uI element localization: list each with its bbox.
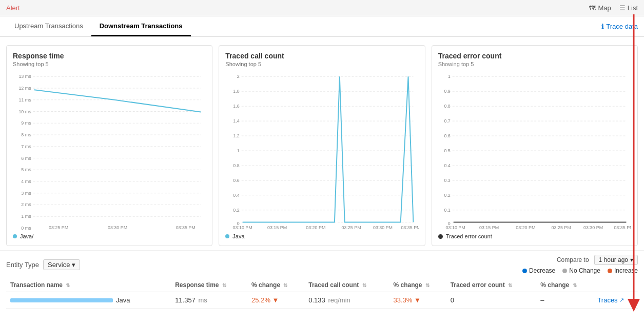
sort-icon-resp: ⇅ <box>222 282 226 288</box>
sort-icon-name: ⇅ <box>66 282 70 288</box>
top-bar: Alert 🗺 Map ☰ List <box>0 0 644 16</box>
svg-text:03:30 PM: 03:30 PM <box>583 225 603 230</box>
error-legend-dot <box>438 234 443 239</box>
entity-type-row: Entity Type Service ▾ <box>6 259 80 270</box>
svg-text:3 ms: 3 ms <box>21 191 31 196</box>
pct-change1-cell: 25.2% ▼ <box>247 292 304 309</box>
compare-chevron: ▾ <box>630 256 633 263</box>
decrease-legend: Decrease <box>522 267 555 274</box>
traces-cell: Traces ↗ <box>593 292 638 309</box>
increase-legend: Increase <box>608 267 638 274</box>
table-controls: Entity Type Service ▾ Compare to 1 hour … <box>6 255 638 274</box>
svg-text:1: 1 <box>237 148 240 153</box>
table-section: Entity Type Service ▾ Compare to 1 hour … <box>0 251 644 313</box>
sort-icon-err: ⇅ <box>508 282 512 288</box>
col-pct-change3[interactable]: % change ⇅ <box>536 278 593 292</box>
call-count-legend-dot <box>225 234 229 238</box>
svg-text:1: 1 <box>447 74 450 79</box>
svg-text:0.4: 0.4 <box>444 163 450 168</box>
svg-text:11 ms: 11 ms <box>18 97 31 103</box>
sort-icon-pct2: ⇅ <box>425 282 430 288</box>
svg-text:6 ms: 6 ms <box>21 155 31 160</box>
svg-text:2 ms: 2 ms <box>21 202 31 207</box>
col-actions <box>593 278 638 292</box>
svg-text:03:30 PM: 03:30 PM <box>373 225 393 230</box>
top-bar-right: 🗺 Map ☰ List <box>589 4 638 12</box>
error-legend-label: Traced error count <box>446 233 492 239</box>
response-time-title: Response time <box>13 52 206 60</box>
tabs: Upstream Transactions Downstream Transac… <box>6 17 191 36</box>
error-count-area: 1 0.9 0.8 0.7 0.6 0.5 0.4 0.3 0.2 0.1 0 … <box>438 71 631 230</box>
svg-text:03:10 PM: 03:10 PM <box>233 225 252 230</box>
tabs-bar: Upstream Transactions Downstream Transac… <box>0 16 644 37</box>
svg-text:0.6: 0.6 <box>444 133 450 138</box>
sort-icon-pct3: ⇅ <box>573 282 577 288</box>
svg-text:03:35 PM: 03:35 PM <box>176 225 196 230</box>
col-response-time[interactable]: Response time ⇅ <box>171 278 247 292</box>
error-count-title: Traced error count <box>438 52 631 60</box>
external-link-icon: ↗ <box>619 297 624 303</box>
tx-name-cell: Java <box>6 292 171 309</box>
svg-text:0.1: 0.1 <box>444 208 450 213</box>
increase-dot <box>608 269 612 273</box>
tx-name: Java <box>116 296 130 304</box>
svg-text:03:25 PM: 03:25 PM <box>342 225 361 230</box>
svg-text:03:35 PM: 03:35 PM <box>614 225 631 230</box>
list-icon: ☰ <box>619 4 626 12</box>
svg-text:0.8: 0.8 <box>233 163 240 168</box>
alert-badge: Alert <box>6 4 20 12</box>
no-change-legend: No Change <box>562 267 600 274</box>
response-time-chart: Response time Showing top 5 13 ms <box>6 45 212 246</box>
call-count-cell: 0.133 req/min <box>304 292 389 309</box>
call-count-title: Traced call count <box>225 52 418 60</box>
trace-data-link[interactable]: ℹ Trace data <box>601 23 638 30</box>
svg-text:1.6: 1.6 <box>233 104 240 109</box>
svg-text:03:30 PM: 03:30 PM <box>108 225 127 230</box>
svg-text:0.8: 0.8 <box>444 104 450 109</box>
dropdown-chevron: ▾ <box>72 261 75 269</box>
svg-text:03:15 PM: 03:15 PM <box>479 225 499 230</box>
col-tx-name[interactable]: Transaction name ⇅ <box>6 278 171 292</box>
tx-bar <box>10 298 113 302</box>
tab-downstream[interactable]: Downstream Transactions <box>91 17 191 36</box>
pct-change2: 33.3% ▼ <box>394 296 421 304</box>
sort-icon-pct1: ⇅ <box>283 282 287 288</box>
response-time-svg: 13 ms 12 ms 11 ms 10 ms 9 ms 8 ms 7 ms 6… <box>13 71 206 230</box>
col-pct-change1[interactable]: % change ⇅ <box>247 278 304 292</box>
charts-section: Response time Showing top 5 13 ms <box>0 37 644 251</box>
traces-link[interactable]: Traces ↗ <box>597 296 634 304</box>
service-dropdown[interactable]: Service ▾ <box>43 259 80 270</box>
svg-text:1.8: 1.8 <box>233 89 240 94</box>
response-time-subtitle: Showing top 5 <box>13 61 206 67</box>
call-count-area: 2 1.8 1.6 1.4 1.2 1 0.8 0.6 0.4 0.2 0 03… <box>225 71 418 230</box>
call-count-chart: Traced call count Showing top 5 2 1.8 1.… <box>219 45 425 246</box>
compare-row: Compare to 1 hour ago ▾ <box>557 255 638 265</box>
svg-text:03:25 PM: 03:25 PM <box>551 225 571 230</box>
svg-text:0 ms: 0 ms <box>21 226 31 230</box>
info-icon: ℹ <box>601 23 604 30</box>
call-count-subtitle: Showing top 5 <box>225 61 418 67</box>
increase-label: Increase <box>614 267 638 274</box>
svg-text:5 ms: 5 ms <box>21 167 31 172</box>
svg-text:8 ms: 8 ms <box>21 132 31 137</box>
error-count-legend: Traced error count <box>438 233 631 239</box>
svg-text:03:25 PM: 03:25 PM <box>49 225 68 230</box>
tab-upstream[interactable]: Upstream Transactions <box>6 17 91 36</box>
compare-to-label: Compare to <box>557 256 589 263</box>
error-count-chart: Traced error count Showing top 5 1 0.9 0… <box>432 45 638 246</box>
svg-text:03:15 PM: 03:15 PM <box>267 225 287 230</box>
decrease-label: Decrease <box>529 267 555 274</box>
pct-change1: 25.2% ▼ <box>251 296 279 304</box>
svg-text:0.9: 0.9 <box>444 89 450 94</box>
svg-text:0.2: 0.2 <box>233 208 240 213</box>
list-button[interactable]: ☰ List <box>619 4 638 12</box>
col-error-count[interactable]: Traced error count ⇅ <box>446 278 537 292</box>
col-pct-change2[interactable]: % change ⇅ <box>389 278 446 292</box>
map-button[interactable]: 🗺 Map <box>589 4 611 12</box>
no-change-dot <box>562 269 567 273</box>
svg-text:4 ms: 4 ms <box>21 179 31 184</box>
col-call-count[interactable]: Traced call count ⇅ <box>304 278 389 292</box>
arrow-down-icon: ▼ <box>272 296 279 304</box>
compare-dropdown[interactable]: 1 hour ago ▾ <box>594 255 638 265</box>
svg-text:0.7: 0.7 <box>444 118 450 124</box>
